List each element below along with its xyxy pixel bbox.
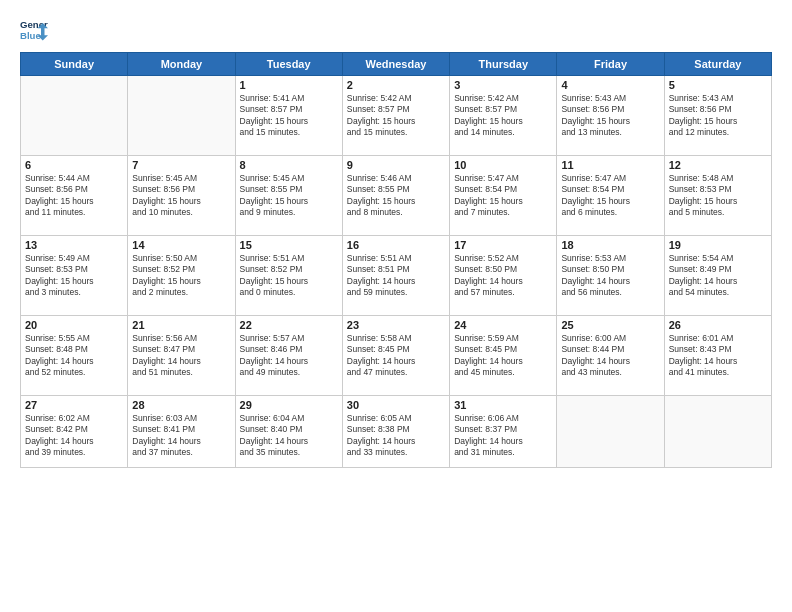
logo-icon: General Blue: [20, 16, 48, 44]
day-number: 3: [454, 79, 552, 91]
calendar-cell: 1Sunrise: 5:41 AMSunset: 8:57 PMDaylight…: [235, 76, 342, 156]
calendar-cell: 31Sunrise: 6:06 AMSunset: 8:37 PMDayligh…: [450, 396, 557, 468]
weekday-header-monday: Monday: [128, 53, 235, 76]
day-number: 5: [669, 79, 767, 91]
calendar-cell: [128, 76, 235, 156]
day-info: Sunrise: 6:04 AMSunset: 8:40 PMDaylight:…: [240, 413, 338, 459]
day-info: Sunrise: 5:52 AMSunset: 8:50 PMDaylight:…: [454, 253, 552, 299]
calendar-cell: 9Sunrise: 5:46 AMSunset: 8:55 PMDaylight…: [342, 156, 449, 236]
calendar-cell: 2Sunrise: 5:42 AMSunset: 8:57 PMDaylight…: [342, 76, 449, 156]
week-row-2: 13Sunrise: 5:49 AMSunset: 8:53 PMDayligh…: [21, 236, 772, 316]
calendar-table: SundayMondayTuesdayWednesdayThursdayFrid…: [20, 52, 772, 468]
calendar-cell: [557, 396, 664, 468]
day-info: Sunrise: 6:06 AMSunset: 8:37 PMDaylight:…: [454, 413, 552, 459]
week-row-1: 6Sunrise: 5:44 AMSunset: 8:56 PMDaylight…: [21, 156, 772, 236]
calendar-cell: 20Sunrise: 5:55 AMSunset: 8:48 PMDayligh…: [21, 316, 128, 396]
calendar-cell: 11Sunrise: 5:47 AMSunset: 8:54 PMDayligh…: [557, 156, 664, 236]
day-info: Sunrise: 5:53 AMSunset: 8:50 PMDaylight:…: [561, 253, 659, 299]
day-info: Sunrise: 5:48 AMSunset: 8:53 PMDaylight:…: [669, 173, 767, 219]
logo: General Blue: [20, 16, 48, 44]
calendar-cell: 19Sunrise: 5:54 AMSunset: 8:49 PMDayligh…: [664, 236, 771, 316]
weekday-header-row: SundayMondayTuesdayWednesdayThursdayFrid…: [21, 53, 772, 76]
day-number: 7: [132, 159, 230, 171]
calendar-cell: 4Sunrise: 5:43 AMSunset: 8:56 PMDaylight…: [557, 76, 664, 156]
calendar-cell: 8Sunrise: 5:45 AMSunset: 8:55 PMDaylight…: [235, 156, 342, 236]
day-info: Sunrise: 5:51 AMSunset: 8:51 PMDaylight:…: [347, 253, 445, 299]
calendar-cell: 10Sunrise: 5:47 AMSunset: 8:54 PMDayligh…: [450, 156, 557, 236]
calendar-cell: 27Sunrise: 6:02 AMSunset: 8:42 PMDayligh…: [21, 396, 128, 468]
day-number: 19: [669, 239, 767, 251]
day-number: 27: [25, 399, 123, 411]
weekday-header-friday: Friday: [557, 53, 664, 76]
day-info: Sunrise: 5:46 AMSunset: 8:55 PMDaylight:…: [347, 173, 445, 219]
calendar-cell: 25Sunrise: 6:00 AMSunset: 8:44 PMDayligh…: [557, 316, 664, 396]
weekday-header-tuesday: Tuesday: [235, 53, 342, 76]
day-info: Sunrise: 5:41 AMSunset: 8:57 PMDaylight:…: [240, 93, 338, 139]
week-row-3: 20Sunrise: 5:55 AMSunset: 8:48 PMDayligh…: [21, 316, 772, 396]
day-info: Sunrise: 6:00 AMSunset: 8:44 PMDaylight:…: [561, 333, 659, 379]
day-number: 25: [561, 319, 659, 331]
day-number: 18: [561, 239, 659, 251]
calendar-cell: 7Sunrise: 5:45 AMSunset: 8:56 PMDaylight…: [128, 156, 235, 236]
day-info: Sunrise: 5:57 AMSunset: 8:46 PMDaylight:…: [240, 333, 338, 379]
page: General Blue SundayMondayTuesdayWednesda…: [0, 0, 792, 612]
day-number: 16: [347, 239, 445, 251]
calendar-cell: 14Sunrise: 5:50 AMSunset: 8:52 PMDayligh…: [128, 236, 235, 316]
day-info: Sunrise: 5:56 AMSunset: 8:47 PMDaylight:…: [132, 333, 230, 379]
day-info: Sunrise: 5:59 AMSunset: 8:45 PMDaylight:…: [454, 333, 552, 379]
day-number: 11: [561, 159, 659, 171]
calendar-cell: 26Sunrise: 6:01 AMSunset: 8:43 PMDayligh…: [664, 316, 771, 396]
day-number: 21: [132, 319, 230, 331]
day-info: Sunrise: 5:47 AMSunset: 8:54 PMDaylight:…: [454, 173, 552, 219]
weekday-header-sunday: Sunday: [21, 53, 128, 76]
day-number: 13: [25, 239, 123, 251]
calendar-cell: 3Sunrise: 5:42 AMSunset: 8:57 PMDaylight…: [450, 76, 557, 156]
day-info: Sunrise: 5:45 AMSunset: 8:55 PMDaylight:…: [240, 173, 338, 219]
day-info: Sunrise: 5:47 AMSunset: 8:54 PMDaylight:…: [561, 173, 659, 219]
day-number: 28: [132, 399, 230, 411]
week-row-4: 27Sunrise: 6:02 AMSunset: 8:42 PMDayligh…: [21, 396, 772, 468]
calendar-cell: 17Sunrise: 5:52 AMSunset: 8:50 PMDayligh…: [450, 236, 557, 316]
day-number: 23: [347, 319, 445, 331]
day-info: Sunrise: 6:03 AMSunset: 8:41 PMDaylight:…: [132, 413, 230, 459]
day-info: Sunrise: 5:44 AMSunset: 8:56 PMDaylight:…: [25, 173, 123, 219]
day-number: 20: [25, 319, 123, 331]
header: General Blue: [20, 16, 772, 44]
day-info: Sunrise: 5:58 AMSunset: 8:45 PMDaylight:…: [347, 333, 445, 379]
day-number: 24: [454, 319, 552, 331]
calendar-cell: 23Sunrise: 5:58 AMSunset: 8:45 PMDayligh…: [342, 316, 449, 396]
day-number: 26: [669, 319, 767, 331]
day-number: 14: [132, 239, 230, 251]
calendar-cell: 12Sunrise: 5:48 AMSunset: 8:53 PMDayligh…: [664, 156, 771, 236]
weekday-header-saturday: Saturday: [664, 53, 771, 76]
calendar-cell: 6Sunrise: 5:44 AMSunset: 8:56 PMDaylight…: [21, 156, 128, 236]
day-number: 10: [454, 159, 552, 171]
day-number: 15: [240, 239, 338, 251]
day-number: 6: [25, 159, 123, 171]
calendar-cell: 30Sunrise: 6:05 AMSunset: 8:38 PMDayligh…: [342, 396, 449, 468]
day-info: Sunrise: 6:02 AMSunset: 8:42 PMDaylight:…: [25, 413, 123, 459]
day-info: Sunrise: 5:42 AMSunset: 8:57 PMDaylight:…: [454, 93, 552, 139]
calendar-cell: 16Sunrise: 5:51 AMSunset: 8:51 PMDayligh…: [342, 236, 449, 316]
weekday-header-wednesday: Wednesday: [342, 53, 449, 76]
day-number: 12: [669, 159, 767, 171]
weekday-header-thursday: Thursday: [450, 53, 557, 76]
day-number: 8: [240, 159, 338, 171]
calendar-cell: 24Sunrise: 5:59 AMSunset: 8:45 PMDayligh…: [450, 316, 557, 396]
day-info: Sunrise: 5:43 AMSunset: 8:56 PMDaylight:…: [561, 93, 659, 139]
day-info: Sunrise: 5:45 AMSunset: 8:56 PMDaylight:…: [132, 173, 230, 219]
day-info: Sunrise: 6:05 AMSunset: 8:38 PMDaylight:…: [347, 413, 445, 459]
day-number: 17: [454, 239, 552, 251]
day-number: 4: [561, 79, 659, 91]
day-info: Sunrise: 5:50 AMSunset: 8:52 PMDaylight:…: [132, 253, 230, 299]
day-number: 29: [240, 399, 338, 411]
calendar-cell: [664, 396, 771, 468]
day-number: 31: [454, 399, 552, 411]
day-info: Sunrise: 5:51 AMSunset: 8:52 PMDaylight:…: [240, 253, 338, 299]
calendar-cell: 21Sunrise: 5:56 AMSunset: 8:47 PMDayligh…: [128, 316, 235, 396]
calendar-cell: 28Sunrise: 6:03 AMSunset: 8:41 PMDayligh…: [128, 396, 235, 468]
calendar-cell: 29Sunrise: 6:04 AMSunset: 8:40 PMDayligh…: [235, 396, 342, 468]
day-info: Sunrise: 5:55 AMSunset: 8:48 PMDaylight:…: [25, 333, 123, 379]
day-info: Sunrise: 5:42 AMSunset: 8:57 PMDaylight:…: [347, 93, 445, 139]
day-info: Sunrise: 5:54 AMSunset: 8:49 PMDaylight:…: [669, 253, 767, 299]
